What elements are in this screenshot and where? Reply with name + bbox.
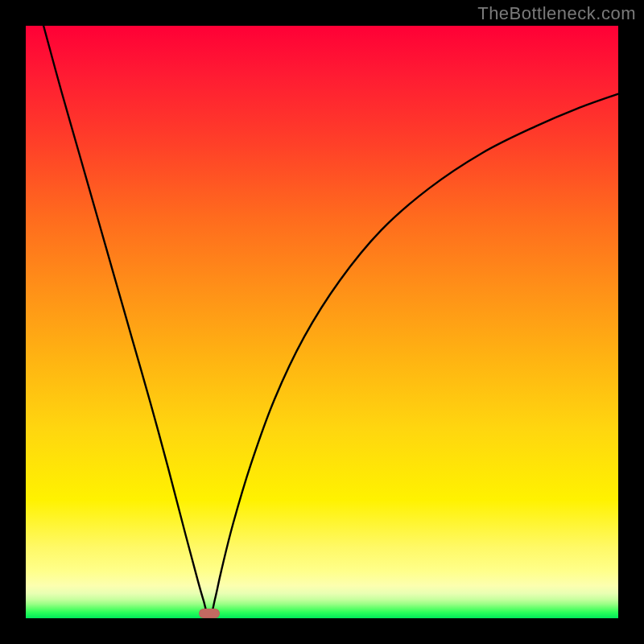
minimum-marker [199,609,220,618]
curve-layer [26,26,618,618]
bottleneck-curve [43,26,618,618]
plot-area [26,26,618,618]
chart-frame: TheBottleneck.com [0,0,644,644]
watermark-text: TheBottleneck.com [477,3,636,24]
